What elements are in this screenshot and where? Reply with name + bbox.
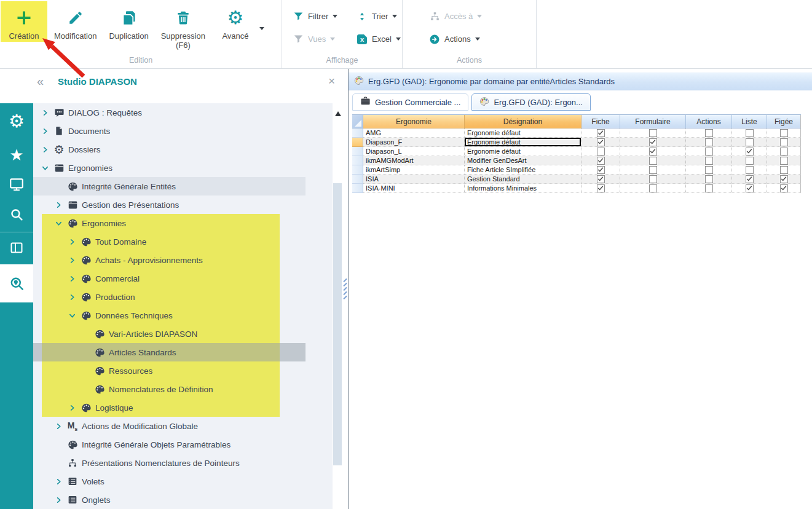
chevron-right-icon[interactable] bbox=[38, 146, 52, 153]
column-header-formulaire[interactable]: Formulaire bbox=[620, 115, 686, 128]
checkbox[interactable] bbox=[649, 129, 657, 137]
sidebar-item-wheel-icon[interactable]: ⚙ bbox=[0, 111, 33, 132]
row-selector[interactable] bbox=[352, 165, 363, 175]
cell-diapason-f-liste[interactable] bbox=[732, 138, 767, 147]
tree-item-nomenclatures-de-definition[interactable]: Nomenclatures de Définition bbox=[33, 380, 333, 398]
tree-item-integrite-generale-entites[interactable]: Intégrité Générale Entités bbox=[33, 177, 333, 195]
checkbox-checked[interactable] bbox=[597, 157, 605, 165]
checkbox[interactable] bbox=[705, 175, 713, 183]
column-header-liste[interactable]: Liste bbox=[732, 115, 767, 128]
chevron-right-icon[interactable] bbox=[65, 404, 79, 411]
dropdown-caret-icon[interactable] bbox=[392, 15, 397, 18]
cell-diapason-f-fiche[interactable] bbox=[581, 138, 620, 147]
scroll-up-arrow-icon[interactable] bbox=[335, 111, 341, 116]
cell-diapason-f-ergonomie[interactable]: Diapason_F bbox=[363, 138, 465, 147]
tree-scrollbar-thumb[interactable] bbox=[333, 183, 342, 465]
row-selector[interactable] bbox=[352, 147, 363, 156]
checkbox-checked[interactable] bbox=[780, 175, 788, 183]
chevron-down-icon[interactable] bbox=[65, 312, 79, 319]
cell-diapason-l-formulaire[interactable] bbox=[620, 147, 686, 156]
tab-erg-gfd-gad-ergon[interactable]: Erg.GFD (GAD): Ergon... bbox=[471, 93, 590, 111]
cell-ikmamgmodart-fiche[interactable] bbox=[581, 156, 620, 165]
cell-isia-mini-formulaire[interactable] bbox=[620, 184, 686, 193]
cell-diapason-l-fiche[interactable] bbox=[581, 147, 620, 156]
checkbox-checked[interactable] bbox=[597, 138, 605, 146]
sidebar-item-search-icon[interactable] bbox=[0, 204, 33, 225]
filtrer-button[interactable]: Filtrer bbox=[292, 11, 356, 22]
checkbox-checked[interactable] bbox=[746, 184, 754, 192]
cell-ikmamgmodart-figee[interactable] bbox=[767, 156, 801, 165]
chevron-right-icon[interactable] bbox=[52, 478, 65, 485]
tree-item-ressources[interactable]: Ressources bbox=[33, 361, 333, 380]
dropdown-caret-icon[interactable] bbox=[333, 15, 337, 18]
tree-item-articles-standards[interactable]: Articles Standards bbox=[33, 343, 333, 361]
tree-item-ergonomies[interactable]: Ergonomies bbox=[33, 214, 333, 232]
column-header-designation[interactable]: Désignation bbox=[465, 115, 581, 128]
cell-ikmamgmodart-formulaire[interactable] bbox=[620, 156, 686, 165]
cell-amg-ergonomie[interactable]: AMG bbox=[363, 128, 465, 138]
column-header-ergonomie[interactable]: Ergonomie bbox=[363, 115, 465, 128]
chevron-right-icon[interactable] bbox=[52, 497, 65, 503]
cell-isia-mini-actions[interactable] bbox=[686, 184, 732, 193]
chevron-right-icon[interactable] bbox=[38, 128, 52, 135]
cell-isia-mini-designation[interactable]: Informations Minimales bbox=[465, 184, 581, 193]
checkbox-checked[interactable] bbox=[597, 166, 605, 174]
tree-item-donnees-techniques[interactable]: Données Techniques bbox=[33, 306, 333, 325]
cell-ikmartsimp-ergonomie[interactable]: ikmArtSimp bbox=[363, 165, 465, 175]
cell-diapason-f-formulaire[interactable] bbox=[620, 138, 686, 147]
actions-button[interactable]: Actions bbox=[428, 34, 536, 45]
checkbox-checked[interactable] bbox=[746, 148, 754, 156]
cell-amg-liste[interactable] bbox=[732, 128, 767, 138]
column-header-figee[interactable]: Figée bbox=[767, 115, 801, 128]
chevron-right-icon[interactable] bbox=[38, 109, 52, 116]
tree-item-presentations-nomenclatures-de-pointeurs[interactable]: Présentations Nomenclatures de Pointeurs bbox=[33, 454, 333, 472]
modification-button[interactable]: Modification bbox=[49, 1, 102, 42]
cell-isia-ergonomie[interactable]: ISIA bbox=[363, 175, 465, 184]
row-selector[interactable] bbox=[352, 184, 363, 193]
dropdown-caret-icon[interactable] bbox=[396, 37, 401, 41]
checkbox[interactable] bbox=[780, 166, 788, 174]
tree-item-ergonomies[interactable]: Ergonomies bbox=[33, 159, 333, 177]
cell-ikmartsimp-liste[interactable] bbox=[732, 165, 767, 175]
cell-diapason-l-designation[interactable]: Ergonomie défaut bbox=[465, 147, 581, 156]
chevron-down-icon[interactable] bbox=[52, 220, 65, 227]
tree-item-production[interactable]: Production bbox=[33, 288, 333, 306]
row-selector[interactable] bbox=[352, 128, 363, 138]
row-selector[interactable] bbox=[352, 175, 363, 184]
cell-isia-figee[interactable] bbox=[767, 175, 801, 184]
cell-isia-mini-liste[interactable] bbox=[732, 184, 767, 193]
checkbox[interactable] bbox=[705, 129, 713, 137]
checkbox-checked[interactable] bbox=[649, 148, 657, 156]
checkbox[interactable] bbox=[705, 148, 713, 156]
column-header-actions[interactable]: Actions bbox=[686, 115, 732, 128]
tree-item-dossiers[interactable]: ⚙Dossiers bbox=[33, 140, 333, 159]
cell-ikmamgmodart-designation[interactable]: Modifier GenDesArt bbox=[465, 156, 581, 165]
chevron-right-icon[interactable] bbox=[65, 275, 79, 282]
checkbox[interactable] bbox=[649, 175, 657, 183]
cell-isia-mini-fiche[interactable] bbox=[581, 184, 620, 193]
row-selector[interactable] bbox=[352, 156, 363, 165]
cell-diapason-f-actions[interactable] bbox=[686, 138, 732, 147]
checkbox[interactable] bbox=[597, 148, 605, 156]
dropdown-caret-icon[interactable] bbox=[475, 37, 480, 41]
checkbox[interactable] bbox=[705, 157, 713, 165]
sidebar-item-star-icon[interactable]: ★ bbox=[0, 144, 33, 165]
cell-isia-mini-figee[interactable] bbox=[767, 184, 801, 193]
cell-ikmartsimp-figee[interactable] bbox=[767, 165, 801, 175]
checkbox[interactable] bbox=[780, 148, 788, 156]
checkbox-checked[interactable] bbox=[649, 138, 657, 146]
cell-amg-fiche[interactable] bbox=[581, 128, 620, 138]
cell-ikmamgmodart-actions[interactable] bbox=[686, 156, 732, 165]
sidebar-item-split-view-icon[interactable] bbox=[0, 237, 33, 258]
chevron-right-icon[interactable] bbox=[65, 239, 79, 245]
checkbox[interactable] bbox=[746, 157, 754, 165]
checkbox[interactable] bbox=[746, 138, 754, 146]
row-selector[interactable] bbox=[352, 138, 363, 147]
cell-diapason-l-actions[interactable] bbox=[686, 147, 732, 156]
cell-diapason-f-designation[interactable]: Ergonomie défaut bbox=[465, 138, 581, 147]
collapse-panel-button[interactable]: « bbox=[37, 74, 44, 89]
cell-isia-formulaire[interactable] bbox=[620, 175, 686, 184]
select-all-corner[interactable] bbox=[352, 115, 363, 128]
cell-ikmamgmodart-ergonomie[interactable]: ikmAMGModArt bbox=[363, 156, 465, 165]
tree-item-gestion-des-presentations[interactable]: Gestion des Présentations bbox=[33, 195, 333, 214]
